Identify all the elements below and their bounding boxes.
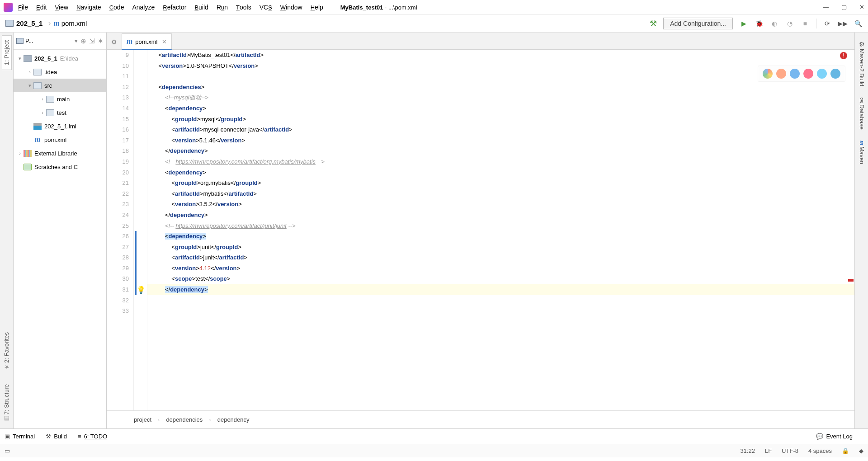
tree-node-iml[interactable]: 202_5_1.iml — [14, 119, 106, 133]
profile-icon[interactable]: ◔ — [785, 19, 794, 28]
navigation-bar: 202_5_1 › m pom.xml ⚒ Add Configuration.… — [0, 14, 868, 33]
update-project-icon[interactable]: ⟳ — [823, 19, 832, 28]
info-bar: ▭ 31:22 LF UTF-8 4 spaces 🔒 ◆ — [0, 444, 868, 457]
maximize-icon[interactable]: ▢ — [841, 4, 847, 10]
rect-icon[interactable]: ▭ — [5, 447, 10, 454]
menu-code[interactable]: Code — [109, 4, 124, 11]
terminal-tool-button[interactable]: ▣Terminal — [5, 433, 35, 440]
folder-icon — [5, 20, 14, 27]
debug-icon[interactable]: 🐞 — [755, 19, 764, 28]
crumb-dependency[interactable]: dependency — [217, 416, 250, 423]
event-log-button[interactable]: 💬Event Log — [816, 433, 853, 440]
code-editor[interactable]: 9101112131415161718192021222324252627282… — [107, 50, 854, 410]
menu-refactor[interactable]: Refactor — [163, 4, 186, 11]
menu-file[interactable]: File — [18, 4, 28, 11]
file-encoding[interactable]: UTF-8 — [782, 447, 798, 454]
error-indicator-icon[interactable]: ! — [840, 52, 847, 59]
tree-node-test[interactable]: ›test — [14, 106, 106, 119]
run-anything-icon[interactable]: ▶▶ — [838, 19, 847, 28]
project-tree-pane: P... ▾ ⊕ ⇲ ✶ ▾202_5_1E:\idea ›.idea ▾src… — [14, 33, 107, 428]
editor-tab-pom[interactable]: m pom.xml ✕ — [122, 33, 172, 50]
line-ending[interactable]: LF — [765, 447, 772, 454]
project-tool-tab[interactable]: 1: Project — [2, 35, 12, 70]
app-logo-icon — [4, 3, 13, 12]
menu-analyze[interactable]: Analyze — [132, 4, 155, 11]
chevron-right-icon: › — [48, 19, 51, 28]
build-tool-button[interactable]: ⚒Build — [46, 433, 67, 440]
tree-node-idea[interactable]: ›.idea — [14, 65, 106, 79]
structure-tool-tab[interactable]: ▤7: Structure — [2, 380, 11, 427]
safari-icon[interactable] — [790, 69, 800, 79]
browser-preview-icons[interactable] — [758, 66, 845, 82]
breadcrumb-bar: project › dependencies › dependency — [107, 410, 854, 428]
folder-icon — [33, 69, 42, 75]
menu-navigate[interactable]: Navigate — [76, 4, 101, 11]
maven-file-icon: m — [53, 19, 59, 28]
tree-node-src[interactable]: ▾src — [14, 79, 106, 92]
error-mark[interactable] — [848, 279, 854, 282]
maven-build-tool-tab[interactable]: ⚙Maven-2 Build — [857, 36, 867, 91]
menu-run[interactable]: Run — [217, 4, 228, 11]
tree-node-main[interactable]: ›main — [14, 92, 106, 106]
intention-bulb-icon[interactable]: 💡 — [137, 285, 146, 296]
folder-icon — [46, 96, 54, 103]
tree-node-pom[interactable]: mpom.xml — [14, 133, 106, 146]
menu-build[interactable]: Build — [194, 4, 208, 11]
breadcrumb-project[interactable]: 202_5_1 — [16, 19, 42, 27]
menu-bar: FileEditViewNavigateCodeAnalyzeRefactorB… — [0, 0, 868, 14]
tree-node-scratches[interactable]: Scratches and C — [14, 160, 106, 174]
editor-area: ⚙ m pom.xml ✕ 91011121314151617181920212… — [107, 33, 854, 428]
scratches-icon — [24, 164, 32, 170]
search-everywhere-icon[interactable]: 🔍 — [854, 19, 863, 28]
memory-indicator-icon[interactable]: ◆ — [859, 447, 863, 454]
chevron-down-icon[interactable]: ▾ — [75, 38, 78, 44]
collapse-icon[interactable]: ⇲ — [89, 37, 95, 45]
favorites-tool-tab[interactable]: ★2: Favorites — [2, 328, 11, 375]
todo-tool-button[interactable]: ≡6: TODO — [78, 433, 107, 440]
maven-file-icon: m — [33, 136, 42, 144]
menu-vcs[interactable]: VCS — [259, 4, 272, 11]
firefox-icon[interactable] — [776, 69, 786, 79]
settings-icon[interactable]: ✶ — [98, 37, 104, 45]
opera-icon[interactable] — [803, 69, 813, 79]
line-number-gutter: 9101112131415161718192021222324252627282… — [107, 50, 134, 410]
tree-node-external-libs[interactable]: ›External Librarie — [14, 146, 106, 160]
edge-icon[interactable] — [830, 69, 840, 79]
tab-label: pom.xml — [135, 38, 157, 45]
coverage-icon[interactable]: ◐ — [770, 19, 779, 28]
close-window-icon[interactable]: ✕ — [859, 4, 864, 10]
build-icon[interactable]: ⚒ — [650, 19, 657, 28]
menu-edit[interactable]: Edit — [36, 4, 47, 11]
maven-tool-tab[interactable]: mMaven — [857, 136, 867, 169]
cursor-position[interactable]: 31:22 — [740, 447, 755, 454]
error-stripe[interactable] — [848, 68, 854, 392]
iml-file-icon — [33, 123, 42, 130]
menu-window[interactable]: Window — [280, 4, 302, 11]
stop-icon: ■ — [801, 19, 810, 28]
crumb-project[interactable]: project — [134, 416, 151, 423]
right-tool-strip: ⚙Maven-2 Build 🛢Database mMaven — [854, 33, 868, 428]
project-view-selector[interactable]: P... — [25, 38, 74, 44]
locate-icon[interactable]: ⊕ — [80, 37, 86, 45]
database-tool-tab[interactable]: 🛢Database — [857, 93, 867, 134]
libraries-icon — [24, 150, 32, 157]
menu-view[interactable]: View — [55, 4, 68, 11]
ie-icon[interactable] — [817, 69, 827, 79]
lock-icon[interactable]: 🔒 — [842, 447, 849, 454]
tree-root[interactable]: ▾202_5_1E:\idea — [14, 52, 106, 65]
close-tab-icon[interactable]: ✕ — [162, 38, 167, 45]
minimize-icon[interactable]: — — [823, 4, 829, 10]
add-configuration-button[interactable]: Add Configuration... — [663, 18, 733, 29]
chrome-icon[interactable] — [763, 69, 773, 79]
folder-icon — [46, 109, 54, 116]
menu-help[interactable]: Help — [311, 4, 323, 11]
gear-icon[interactable]: ⚙ — [111, 38, 117, 46]
breadcrumb-file[interactable]: pom.xml — [61, 19, 87, 27]
status-bar: ▣Terminal ⚒Build ≡6: TODO 💬Event Log — [0, 428, 868, 444]
run-icon[interactable]: ▶ — [739, 19, 748, 28]
crumb-dependencies[interactable]: dependencies — [166, 416, 203, 423]
left-tool-strip: 1: Project ★2: Favorites ▤7: Structure — [0, 33, 14, 428]
indent-setting[interactable]: 4 spaces — [808, 447, 832, 454]
window-title: MyBatis_test01 - ...\pom.xml — [340, 4, 417, 11]
menu-tools[interactable]: Tools — [236, 4, 251, 11]
